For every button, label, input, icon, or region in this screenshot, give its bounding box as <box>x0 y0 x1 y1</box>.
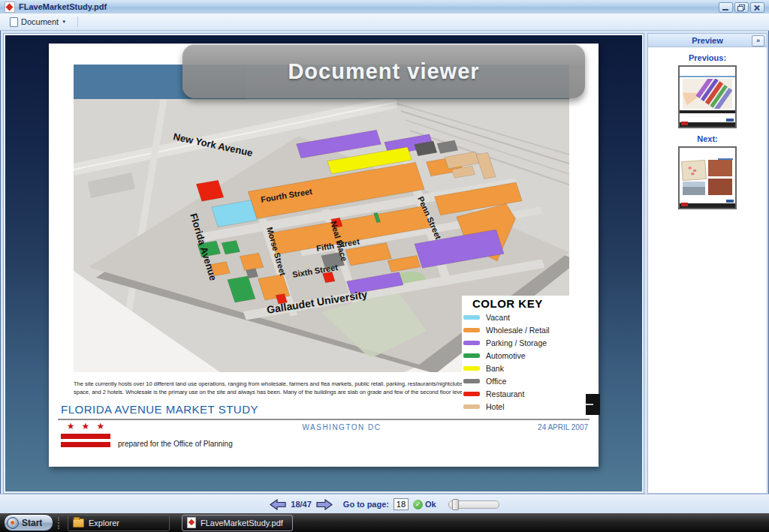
color-key-label: Wholesale / Retail <box>486 326 550 335</box>
color-key-title: COLOR KEY <box>472 297 586 310</box>
color-key-items: VacantWholesale / RetailParking / Storag… <box>462 313 586 411</box>
location-text: WASHINGTON DC <box>259 423 424 431</box>
color-key-row: Bank <box>463 364 586 373</box>
taskbar-separator <box>58 517 62 529</box>
taskbar: Start Explorer FLaveMarketStudy.pdf <box>0 513 769 532</box>
minimize-icon <box>722 9 728 11</box>
color-key-label: Parking / Storage <box>486 338 547 347</box>
prepared-for-text: prepared for the Office of Planning <box>118 440 233 448</box>
window-controls <box>719 2 764 13</box>
preview-title: Preview <box>692 36 723 45</box>
color-swatch <box>463 328 480 332</box>
page-divider <box>58 419 590 420</box>
star-icon: ★ <box>67 422 75 431</box>
color-swatch <box>463 366 480 371</box>
title-bar: FLaveMarketStudy.pdf <box>0 0 769 14</box>
zoom-slider-handle[interactable] <box>452 499 459 510</box>
color-key-row: Vacant <box>463 313 586 322</box>
minimize-button[interactable] <box>719 2 733 13</box>
color-key-row: Restaurant <box>463 389 586 398</box>
collapse-sidebar-button[interactable]: » <box>752 35 764 47</box>
color-key-label: Hotel <box>486 402 505 411</box>
menu-bar: Document ▼ <box>0 14 769 31</box>
folder-icon <box>73 518 84 527</box>
close-button[interactable] <box>750 2 764 13</box>
viewer-frame: Document viewer <box>3 33 644 494</box>
previous-label: Previous: <box>648 53 767 62</box>
color-key-row: Hotel <box>463 402 586 411</box>
document-page: Document viewer <box>49 44 599 467</box>
color-swatch <box>463 315 480 320</box>
date-text: 24 APRIL 2007 <box>538 423 588 431</box>
navigation-toolbar: 18/47 Go to page: ✓ Ok <box>0 494 769 514</box>
viewer-overlay-label: Document viewer <box>288 59 479 84</box>
color-key-label: Vacant <box>486 313 510 322</box>
taskbar-item-explorer[interactable]: Explorer <box>68 515 170 531</box>
viewer-overlay-banner: Document viewer <box>182 44 585 98</box>
color-key-label: Automotive <box>486 351 526 360</box>
color-key-label: Office <box>486 377 506 386</box>
menu-separator <box>77 17 78 27</box>
preview-header: Preview » <box>648 34 767 47</box>
previous-page-button[interactable] <box>270 499 286 510</box>
document-icon <box>10 17 18 27</box>
start-orb-icon <box>7 517 19 529</box>
page-indicator: 18/47 <box>291 500 312 509</box>
color-key-row: Automotive <box>463 351 586 360</box>
color-key-row: Office <box>463 377 586 386</box>
color-key-label: Restaurant <box>486 389 524 398</box>
next-thumbnail[interactable] <box>678 146 737 209</box>
color-key: COLOR KEY VacantWholesale / RetailParkin… <box>462 296 586 418</box>
star-icon: ★ <box>96 422 104 431</box>
viewer-canvas: Document viewer <box>5 35 642 491</box>
goto-page-input[interactable] <box>394 498 409 510</box>
color-swatch <box>463 379 480 383</box>
ok-button[interactable]: ✓ Ok <box>413 500 436 509</box>
page-title: FLORIDA AVENUE MARKET STUDY <box>61 403 258 416</box>
restore-button[interactable] <box>734 2 749 13</box>
preview-sidebar: Preview » Previous: Next: <box>647 33 767 494</box>
ok-check-icon: ✓ <box>413 500 423 509</box>
color-key-row: Wholesale / Retail <box>463 326 586 335</box>
star-icon: ★ <box>82 422 90 431</box>
color-swatch <box>463 404 480 409</box>
pdf-file-icon <box>5 2 15 13</box>
goto-page-label: Go to page: <box>343 500 389 509</box>
next-page-button[interactable] <box>316 499 333 510</box>
color-swatch <box>463 392 480 396</box>
taskbar-item-pdf[interactable]: FLaveMarketStudy.pdf <box>182 515 293 531</box>
next-label: Next: <box>648 134 767 143</box>
document-menu-label: Document <box>21 17 59 26</box>
dc-flag-logo: ★★★ <box>61 422 110 452</box>
zoom-slider[interactable] <box>448 500 499 509</box>
window-title: FLaveMarketStudy.pdf <box>19 2 107 11</box>
application-window: FLaveMarketStudy.pdf Document ▼ Document… <box>0 0 769 532</box>
color-key-label: Bank <box>486 364 504 373</box>
document-menu[interactable]: Document ▼ <box>5 15 71 29</box>
chevron-down-icon: ▼ <box>62 20 66 24</box>
pdf-file-icon <box>187 517 196 528</box>
color-key-row: Parking / Storage <box>463 338 586 347</box>
start-button[interactable]: Start <box>4 514 53 531</box>
color-swatch <box>463 353 480 358</box>
previous-thumbnail[interactable] <box>678 65 737 128</box>
color-swatch <box>463 341 480 345</box>
